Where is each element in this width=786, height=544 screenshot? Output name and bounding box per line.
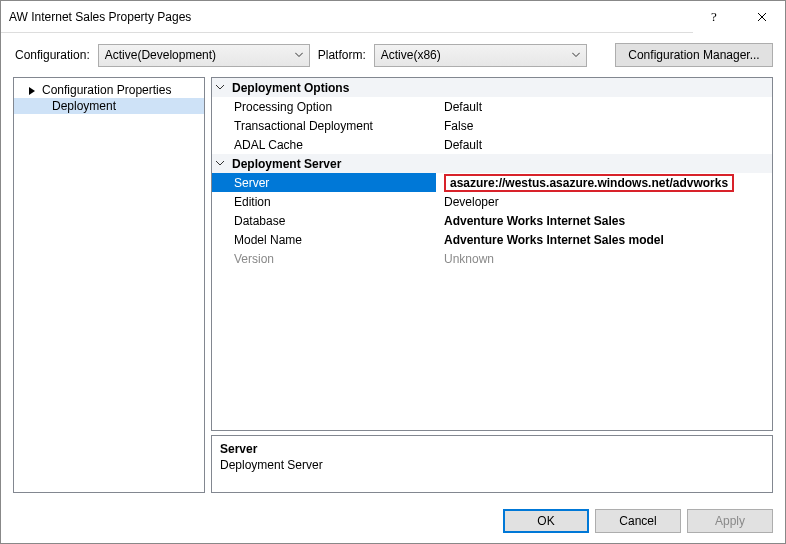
grid-category-deployment-options[interactable]: Deployment Options (212, 78, 772, 97)
tree-node-configuration-properties[interactable]: Configuration Properties (14, 82, 204, 98)
grid-cell-value[interactable]: Adventure Works Internet Sales model (436, 230, 772, 249)
configuration-combo-value: Active(Development) (105, 48, 216, 62)
description-panel: Server Deployment Server (211, 435, 773, 493)
description-body: Deployment Server (220, 458, 764, 472)
grid-cell-name: Model Name (212, 230, 436, 249)
right-column: Deployment Options Processing Option Def… (211, 77, 773, 493)
grid-row-adal-cache[interactable]: ADAL Cache Default (212, 135, 772, 154)
chevron-down-icon[interactable] (216, 161, 232, 166)
platform-combo[interactable]: Active(x86) (374, 44, 587, 67)
grid-category-label: Deployment Server (232, 157, 341, 171)
grid-category-deployment-server[interactable]: Deployment Server (212, 154, 772, 173)
grid-row-version: Version Unknown (212, 249, 772, 268)
config-row: Configuration: Active(Development) Platf… (1, 33, 785, 77)
grid-cell-name: Server (212, 173, 436, 192)
ok-button-label: OK (537, 514, 554, 528)
cancel-button-label: Cancel (619, 514, 656, 528)
main-area: Configuration Properties Deployment Depl… (1, 77, 785, 501)
grid-cell-name: Transactional Deployment (212, 116, 436, 135)
help-button[interactable]: ? (693, 1, 739, 33)
tree-node-label: Configuration Properties (42, 83, 171, 97)
grid-cell-value[interactable]: Default (436, 135, 772, 154)
grid-cell-name: Processing Option (212, 97, 436, 116)
grid-cell-name: ADAL Cache (212, 135, 436, 154)
close-button[interactable] (739, 1, 785, 33)
configuration-label: Configuration: (15, 48, 90, 62)
grid-cell-value[interactable]: Default (436, 97, 772, 116)
property-grid[interactable]: Deployment Options Processing Option Def… (211, 77, 773, 431)
chevron-down-icon (572, 53, 580, 58)
grid-row-processing-option[interactable]: Processing Option Default (212, 97, 772, 116)
grid-row-server[interactable]: Server asazure://westus.asazure.windows.… (212, 173, 772, 192)
svg-text:?: ? (711, 10, 717, 24)
grid-cell-value[interactable]: asazure://westus.asazure.windows.net/adv… (436, 173, 772, 192)
apply-button: Apply (687, 509, 773, 533)
platform-label: Platform: (318, 48, 366, 62)
apply-button-label: Apply (715, 514, 745, 528)
grid-cell-value: Unknown (436, 249, 772, 268)
grid-row-transactional-deployment[interactable]: Transactional Deployment False (212, 116, 772, 135)
grid-category-label: Deployment Options (232, 81, 349, 95)
grid-cell-value[interactable]: Adventure Works Internet Sales (436, 211, 772, 230)
configuration-manager-label: Configuration Manager... (628, 48, 759, 62)
collapse-icon[interactable] (28, 86, 39, 95)
nav-tree[interactable]: Configuration Properties Deployment (13, 77, 205, 493)
chevron-down-icon (295, 53, 303, 58)
platform-combo-value: Active(x86) (381, 48, 441, 62)
grid-cell-value[interactable]: False (436, 116, 772, 135)
cancel-button[interactable]: Cancel (595, 509, 681, 533)
grid-cell-name: Edition (212, 192, 436, 211)
tree-node-label: Deployment (52, 99, 116, 113)
configuration-combo[interactable]: Active(Development) (98, 44, 310, 67)
close-icon (757, 12, 767, 22)
property-pages-dialog: AW Internet Sales Property Pages ? Confi… (0, 0, 786, 544)
grid-row-model-name[interactable]: Model Name Adventure Works Internet Sale… (212, 230, 772, 249)
server-value-highlight: asazure://westus.asazure.windows.net/adv… (444, 174, 734, 192)
chevron-down-icon[interactable] (216, 85, 232, 90)
grid-row-edition[interactable]: Edition Developer (212, 192, 772, 211)
grid-cell-value[interactable]: Developer (436, 192, 772, 211)
window-title: AW Internet Sales Property Pages (9, 10, 693, 24)
ok-button[interactable]: OK (503, 509, 589, 533)
grid-cell-name: Database (212, 211, 436, 230)
configuration-manager-button[interactable]: Configuration Manager... (615, 43, 773, 67)
description-title: Server (220, 442, 764, 456)
dialog-button-row: OK Cancel Apply (1, 501, 785, 543)
grid-row-database[interactable]: Database Adventure Works Internet Sales (212, 211, 772, 230)
titlebar: AW Internet Sales Property Pages ? (1, 1, 785, 33)
tree-node-deployment[interactable]: Deployment (14, 98, 204, 114)
help-icon: ? (711, 10, 721, 24)
grid-cell-name: Version (212, 249, 436, 268)
